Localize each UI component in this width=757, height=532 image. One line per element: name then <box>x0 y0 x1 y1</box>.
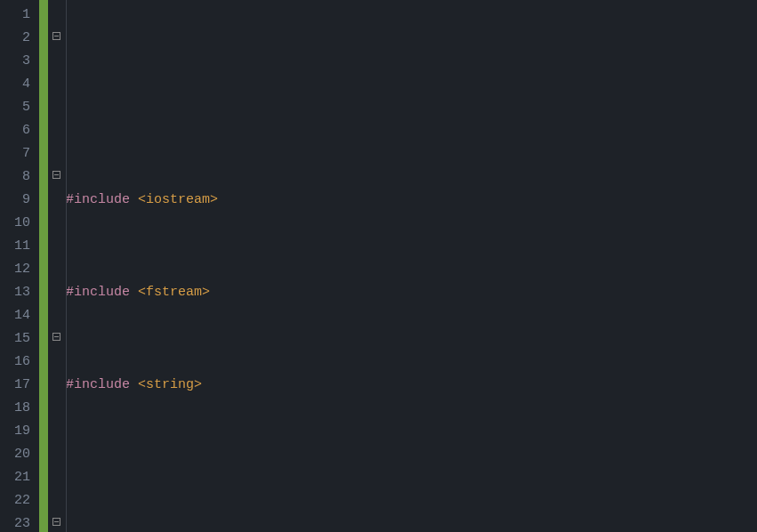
line-number: 20 <box>0 443 30 466</box>
line-number: 10 <box>0 212 30 235</box>
line-number: 22 <box>0 489 30 512</box>
line-number: 15 <box>0 327 30 351</box>
directive-token: #include <box>66 285 130 300</box>
line-number: 4 <box>0 73 30 96</box>
line-number: 21 <box>0 466 30 489</box>
header-token: <iostream> <box>138 192 218 207</box>
header-token: <fstream> <box>138 285 210 300</box>
directive-token: #include <box>66 192 130 207</box>
line-number: 19 <box>0 420 30 443</box>
code-line[interactable]: #include <string> <box>66 374 757 397</box>
fold-toggle-icon[interactable] <box>52 171 60 179</box>
line-number: 1 <box>0 4 30 27</box>
code-line[interactable]: #include <iostream> <box>66 189 757 212</box>
line-number: 16 <box>0 351 30 374</box>
line-number: 5 <box>0 96 30 119</box>
change-marker-strip <box>39 0 48 532</box>
line-number: 11 <box>0 235 30 258</box>
fold-gutter <box>48 0 64 532</box>
line-number: 2 <box>0 27 30 50</box>
header-token: <string> <box>138 377 202 392</box>
fold-toggle-icon[interactable] <box>52 32 60 40</box>
line-number: 18 <box>0 397 30 420</box>
indent-guide <box>66 0 67 532</box>
line-number: 23 <box>0 512 30 532</box>
line-number: 9 <box>0 189 30 212</box>
line-number: 7 <box>0 142 30 165</box>
code-line[interactable] <box>66 96 757 119</box>
line-number: 14 <box>0 304 30 327</box>
fold-toggle-icon[interactable] <box>52 518 60 526</box>
code-line[interactable] <box>66 466 757 489</box>
code-line[interactable]: #include <fstream> <box>66 281 757 304</box>
line-number: 8 <box>0 165 30 189</box>
code-editor[interactable]: 1 2 3 4 5 6 7 8 9 10 11 12 13 14 15 16 1… <box>0 0 757 532</box>
line-number: 3 <box>0 50 30 73</box>
directive-token: #include <box>66 377 130 392</box>
line-number: 13 <box>0 281 30 304</box>
line-number: 17 <box>0 374 30 397</box>
line-number: 12 <box>0 258 30 281</box>
line-number-gutter: 1 2 3 4 5 6 7 8 9 10 11 12 13 14 15 16 1… <box>0 0 39 532</box>
fold-toggle-icon[interactable] <box>52 333 60 341</box>
code-area[interactable]: #include <iostream> #include <fstream> #… <box>64 0 757 532</box>
line-number: 6 <box>0 119 30 142</box>
